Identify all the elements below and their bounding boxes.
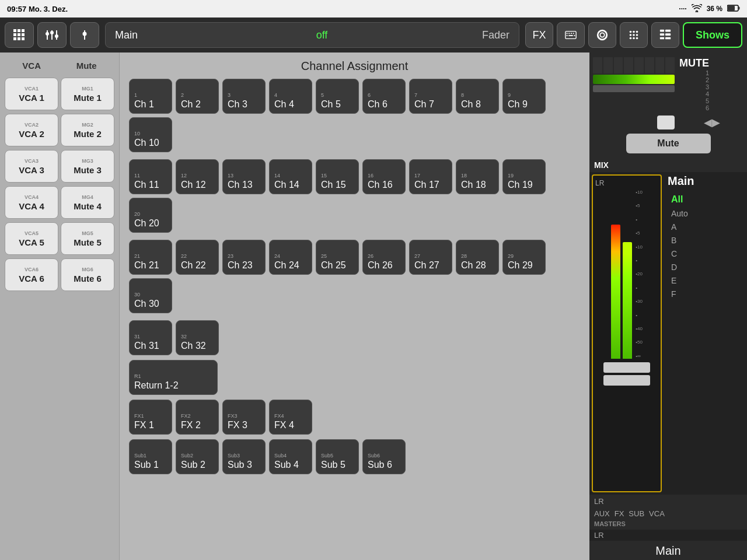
fx-btn-FX2[interactable]: FX2FX 2 xyxy=(176,400,219,435)
mix-option-e[interactable]: E xyxy=(668,274,743,287)
mute-num-5: 5 xyxy=(706,97,709,104)
channel-btn-28[interactable]: 28Ch 28 xyxy=(456,240,499,275)
channel-btn-22[interactable]: 22Ch 22 xyxy=(176,240,219,275)
fader-thumb[interactable] xyxy=(657,116,675,130)
vca-btn-2[interactable]: VCA2 VCA 2 xyxy=(5,114,58,146)
mix-fader-handle-2[interactable] xyxy=(603,375,650,386)
channel-btn-17[interactable]: 17Ch 17 xyxy=(409,159,452,194)
channel-btn-27[interactable]: 27Ch 27 xyxy=(409,240,452,275)
channel-btn-26[interactable]: 26Ch 26 xyxy=(362,240,406,275)
channel-btn-3[interactable]: 3Ch 3 xyxy=(222,79,266,114)
vca-mute-row-4: VCA4 VCA 4 MG4 Mute 4 xyxy=(5,186,114,219)
mix-option-c[interactable]: C xyxy=(668,247,743,260)
channel-btn-15[interactable]: 15Ch 15 xyxy=(316,159,359,194)
channel-btn-30[interactable]: 30Ch 30 xyxy=(129,278,172,313)
main-display: Main off Fader xyxy=(105,22,519,48)
mix-option-d[interactable]: D xyxy=(668,261,743,274)
channel-btn-29[interactable]: 29Ch 29 xyxy=(502,240,546,275)
sub-btn-Sub2[interactable]: Sub2Sub 2 xyxy=(176,439,219,474)
fx-btn-FX3[interactable]: FX3FX 3 xyxy=(222,400,266,435)
master-fx[interactable]: FX xyxy=(615,509,624,518)
channel-btn-16[interactable]: 16Ch 16 xyxy=(362,159,406,194)
channel-btn-1[interactable]: 1Ch 1 xyxy=(129,79,172,114)
channel-btn-5[interactable]: 5Ch 5 xyxy=(316,79,359,114)
mix-option-auto[interactable]: Auto xyxy=(668,207,743,220)
fx-button[interactable]: FX xyxy=(525,22,553,48)
svg-rect-24 xyxy=(573,33,574,34)
mute-btn-6[interactable]: MG6 Mute 6 xyxy=(61,258,114,291)
channel-btn-20[interactable]: 20Ch 20 xyxy=(129,198,172,233)
sub-btn-Sub6[interactable]: Sub6Sub 6 xyxy=(362,439,406,474)
mix-fader-handle-1[interactable] xyxy=(603,362,650,373)
mute-btn-4[interactable]: MG4 Mute 4 xyxy=(61,186,114,219)
svg-point-34 xyxy=(636,34,638,36)
mute-btn-3[interactable]: MG3 Mute 3 xyxy=(61,150,114,183)
main-layout: VCA Mute VCA1 VCA 1 MG1 Mute 1 VCA2 VCA … xyxy=(0,52,747,560)
fx-btn-FX4[interactable]: FX4FX 4 xyxy=(269,400,312,435)
mix-option-b[interactable]: B xyxy=(668,234,743,247)
mix-option-all[interactable]: All xyxy=(668,192,743,206)
master-sub[interactable]: SUB xyxy=(629,509,644,518)
channel-btn-13[interactable]: 13Ch 13 xyxy=(222,159,266,194)
mute-btn-2[interactable]: MG2 Mute 2 xyxy=(61,114,114,146)
status-time: 09:57 Mo. 3. Dez. xyxy=(7,5,68,13)
sub-btn-Sub1[interactable]: Sub1Sub 1 xyxy=(129,439,172,474)
fx-btn-FX1[interactable]: FX1FX 1 xyxy=(129,400,172,435)
channel-btn-10[interactable]: 10Ch 10 xyxy=(129,117,172,152)
battery-icon xyxy=(727,5,740,13)
channel-btn-11[interactable]: 11Ch 11 xyxy=(129,159,172,194)
mix-option-a[interactable]: A xyxy=(668,220,743,233)
vca-btn-4[interactable]: VCA4 VCA 4 xyxy=(5,186,58,219)
channel-btn-4[interactable]: 4Ch 4 xyxy=(269,79,312,114)
mix-content: LR •10 •5 • •5 •10 • •20 xyxy=(589,172,747,495)
shows-button[interactable]: Shows xyxy=(683,22,742,48)
grid2-button[interactable] xyxy=(651,22,679,48)
channel-btn-19[interactable]: 19Ch 19 xyxy=(502,159,546,194)
masters-label: MASTERS xyxy=(594,520,742,527)
mixer-view-button[interactable] xyxy=(37,22,67,48)
channel-btn-32[interactable]: 32Ch 32 xyxy=(176,320,219,355)
vca-btn-6[interactable]: VCA6 VCA 6 xyxy=(5,258,58,291)
settings-button[interactable] xyxy=(588,22,616,48)
mute-btn-5[interactable]: MG5 Mute 5 xyxy=(61,222,114,255)
channel-btn-12[interactable]: 12Ch 12 xyxy=(176,159,219,194)
vca-btn-3[interactable]: VCA3 VCA 3 xyxy=(5,150,58,183)
channel-btn-24[interactable]: 24Ch 24 xyxy=(269,240,312,275)
sub-btn-Sub4[interactable]: Sub4Sub 4 xyxy=(269,439,312,474)
vca-mute-row-3: VCA3 VCA 3 MG3 Mute 3 xyxy=(5,150,114,183)
channel-btn-6[interactable]: 6Ch 6 xyxy=(362,79,406,114)
channel-btn-23[interactable]: 23Ch 23 xyxy=(222,240,266,275)
single-channel-button[interactable] xyxy=(70,22,99,48)
mix-option-f[interactable]: F xyxy=(668,288,743,300)
channel-btn-7[interactable]: 7Ch 7 xyxy=(409,79,452,114)
keyboard-button[interactable] xyxy=(557,22,585,48)
sub-btn-Sub3[interactable]: Sub3Sub 3 xyxy=(222,439,266,474)
svg-point-33 xyxy=(633,34,635,36)
svg-rect-23 xyxy=(571,33,572,34)
svg-rect-43 xyxy=(665,37,671,40)
channel-btn-2[interactable]: 2Ch 2 xyxy=(176,79,219,114)
channel-btn-9[interactable]: 9Ch 9 xyxy=(502,79,546,114)
vca-header-label: VCA xyxy=(22,61,41,71)
svg-rect-10 xyxy=(18,37,20,40)
mute-num-1: 1 xyxy=(706,69,709,76)
channel-btn-25[interactable]: 25Ch 25 xyxy=(316,240,359,275)
channel-btn-31[interactable]: 31Ch 31 xyxy=(129,320,172,355)
vca-btn-1[interactable]: VCA1 VCA 1 xyxy=(5,78,58,110)
channel-btn-18[interactable]: 18Ch 18 xyxy=(456,159,499,194)
channel-assignment-title: Channel Assignment xyxy=(129,60,580,73)
vca-btn-5[interactable]: VCA5 VCA 5 xyxy=(5,222,58,255)
grid-view-button[interactable] xyxy=(5,22,34,48)
layers-button[interactable] xyxy=(620,22,648,48)
mute-btn-1[interactable]: MG1 Mute 1 xyxy=(61,78,114,110)
return-btn-R1[interactable]: R1Return 1-2 xyxy=(129,360,218,395)
master-aux[interactable]: AUX xyxy=(594,509,610,518)
svg-point-31 xyxy=(636,31,638,33)
svg-point-32 xyxy=(630,34,632,36)
channel-btn-14[interactable]: 14Ch 14 xyxy=(269,159,312,194)
channel-btn-8[interactable]: 8Ch 8 xyxy=(456,79,499,114)
channel-btn-21[interactable]: 21Ch 21 xyxy=(129,240,172,275)
mute-big-button[interactable]: Mute xyxy=(626,134,711,153)
master-vca[interactable]: VCA xyxy=(649,509,665,518)
sub-btn-Sub5[interactable]: Sub5Sub 5 xyxy=(316,439,359,474)
